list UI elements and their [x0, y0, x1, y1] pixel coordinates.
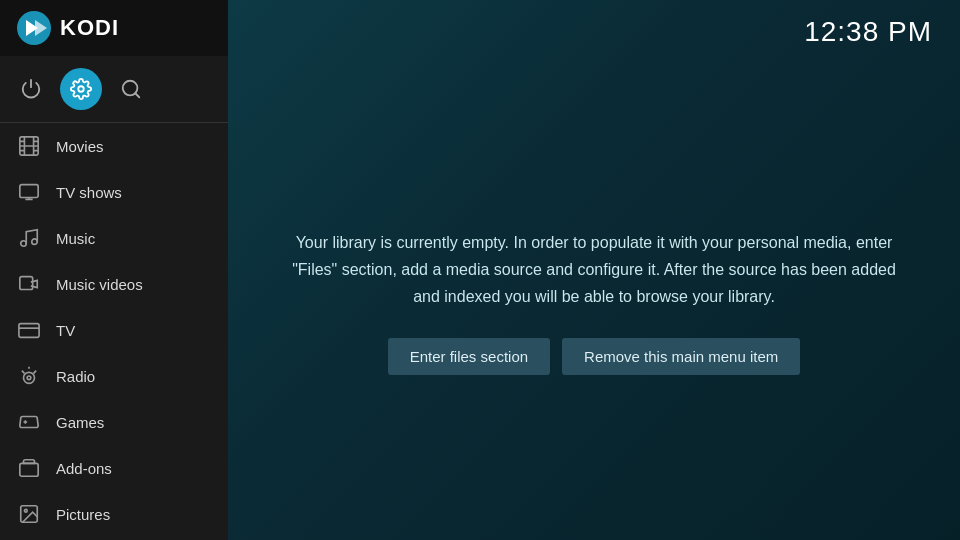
add-ons-icon [16, 455, 42, 481]
svg-point-15 [24, 509, 27, 512]
main-content: 12:38 PM Your library is currently empty… [228, 0, 960, 540]
sidebar-item-radio[interactable]: Radio [0, 353, 228, 399]
radio-icon [16, 363, 42, 389]
tv-label: TV [56, 322, 75, 339]
add-ons-label: Add-ons [56, 460, 112, 477]
games-label: Games [56, 414, 104, 431]
svg-point-12 [24, 372, 35, 383]
svg-line-5 [135, 93, 139, 97]
svg-rect-7 [20, 185, 38, 198]
sidebar-header: KODI [0, 0, 228, 56]
svg-point-13 [27, 376, 31, 380]
settings-icon [70, 78, 92, 100]
music-icon [16, 225, 42, 251]
sidebar-item-music[interactable]: Music [0, 215, 228, 261]
sidebar-item-music-videos[interactable]: Music videos [0, 261, 228, 307]
content-center: Your library is currently empty. In orde… [228, 64, 960, 540]
sidebar-icon-bar [0, 56, 228, 123]
sidebar-item-tv[interactable]: TV [0, 307, 228, 353]
movies-icon [16, 133, 42, 159]
sidebar-item-pictures[interactable]: Pictures [0, 491, 228, 537]
sidebar: KODI [0, 0, 228, 540]
sidebar-nav: Movies TV shows Music [0, 123, 228, 540]
tv-shows-icon [16, 179, 42, 205]
power-icon [20, 78, 42, 100]
sidebar-item-movies[interactable]: Movies [0, 123, 228, 169]
svg-point-3 [78, 86, 84, 92]
top-bar: 12:38 PM [228, 0, 960, 64]
kodi-logo-icon [16, 10, 52, 46]
search-button[interactable] [110, 68, 152, 110]
svg-rect-11 [19, 324, 39, 338]
music-videos-label: Music videos [56, 276, 143, 293]
radio-label: Radio [56, 368, 95, 385]
tv-icon [16, 317, 42, 343]
music-videos-icon [16, 271, 42, 297]
clock-display: 12:38 PM [804, 16, 932, 48]
sidebar-item-games[interactable]: Games [0, 399, 228, 445]
search-icon [120, 78, 142, 100]
enter-files-button[interactable]: Enter files section [388, 338, 550, 375]
music-label: Music [56, 230, 95, 247]
action-buttons: Enter files section Remove this main men… [388, 338, 801, 375]
svg-point-8 [21, 241, 27, 247]
sidebar-item-tv-shows[interactable]: TV shows [0, 169, 228, 215]
tv-shows-label: TV shows [56, 184, 122, 201]
svg-point-9 [32, 239, 38, 245]
app-title: KODI [60, 15, 119, 41]
games-icon [16, 409, 42, 435]
remove-menu-item-button[interactable]: Remove this main menu item [562, 338, 800, 375]
pictures-label: Pictures [56, 506, 110, 523]
movies-label: Movies [56, 138, 104, 155]
library-empty-message: Your library is currently empty. In orde… [288, 229, 900, 311]
svg-rect-10 [20, 277, 33, 290]
power-button[interactable] [10, 68, 52, 110]
pictures-icon [16, 501, 42, 527]
sidebar-item-add-ons[interactable]: Add-ons [0, 445, 228, 491]
settings-button[interactable] [60, 68, 102, 110]
